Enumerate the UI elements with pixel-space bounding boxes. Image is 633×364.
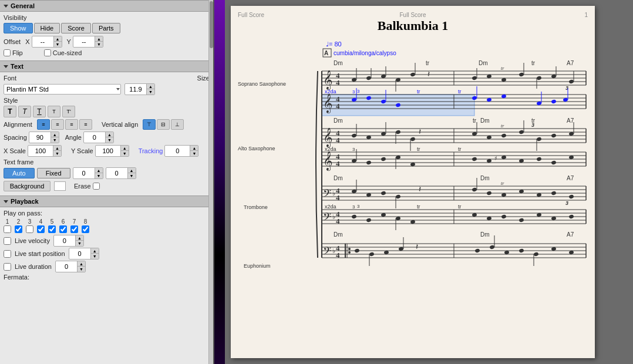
pass-1-checkbox[interactable]	[4, 225, 11, 233]
size-up-btn[interactable]: ▲	[146, 84, 154, 89]
y-up-btn[interactable]: ▲	[95, 36, 103, 42]
y-spinbox: ▲ ▼	[73, 36, 103, 48]
y-input[interactable]	[73, 38, 95, 46]
live-velocity-input[interactable]	[54, 237, 75, 245]
cue-sized-checkbox[interactable]	[44, 49, 51, 56]
svg-text:tr: tr	[473, 117, 477, 124]
angle-spinbox: ▲ ▼	[83, 132, 114, 143]
panel-scrollbar[interactable]	[208, 0, 213, 364]
text-triangle-icon	[4, 65, 8, 68]
auto-button[interactable]: Auto	[4, 168, 35, 178]
yscale-up-btn[interactable]: ▲	[120, 146, 129, 151]
svg-text:A7: A7	[567, 231, 574, 238]
parts-button[interactable]: Parts	[92, 23, 120, 33]
panel-scrollbar-thumb[interactable]	[210, 1, 213, 48]
angle-up-btn[interactable]: ▲	[105, 132, 113, 137]
live-velocity-btns: ▲ ▼	[75, 235, 83, 246]
pass-3-label: 3	[28, 218, 32, 225]
background-button[interactable]: Background	[4, 181, 50, 191]
frame-val1-down-btn[interactable]: ▼	[95, 173, 103, 178]
live-duration-down-btn[interactable]: ▼	[77, 267, 85, 272]
pass-8-checkbox[interactable]	[82, 225, 89, 233]
x-down-btn[interactable]: ▼	[53, 42, 62, 47]
size-down-btn[interactable]: ▼	[146, 89, 154, 95]
angle-down-btn[interactable]: ▼	[105, 137, 113, 143]
tracking-down-btn[interactable]: ▼	[190, 151, 198, 156]
y-down-btn[interactable]: ▼	[95, 42, 103, 47]
valign-bottom-button[interactable]: ⊥	[171, 119, 184, 130]
fixed-button[interactable]: Fixed	[37, 168, 70, 178]
font-select[interactable]: Plantin MT Std	[4, 84, 121, 95]
tracking-up-btn[interactable]: ▲	[190, 146, 198, 151]
underline-style-button[interactable]: T	[33, 106, 46, 117]
live-start-up-btn[interactable]: ▲	[90, 248, 99, 254]
frame-val2-up-btn[interactable]: ▲	[127, 168, 136, 173]
pass-4-checkbox[interactable]	[37, 225, 45, 233]
erase-checkbox[interactable]	[93, 183, 100, 190]
x-up-btn[interactable]: ▲	[53, 36, 62, 42]
show-button[interactable]: Show	[4, 23, 33, 33]
pass-3-col: 3	[26, 218, 33, 233]
frame-val1-input[interactable]	[73, 169, 95, 177]
full-score-label-center: Full Score	[238, 12, 588, 18]
xscale-input[interactable]	[28, 147, 53, 155]
text-section-header[interactable]: Text	[0, 60, 213, 72]
svg-point-230	[354, 248, 359, 253]
bold-style-button[interactable]: T	[4, 106, 16, 117]
live-start-checkbox[interactable]	[4, 250, 11, 258]
live-start-down-btn[interactable]: ▼	[90, 254, 99, 259]
superscript-style-button[interactable]: T'	[62, 106, 75, 117]
angle-input[interactable]	[84, 133, 105, 141]
x-group: X ▲ ▼	[25, 36, 62, 48]
live-duration-input[interactable]	[56, 262, 77, 271]
pass-6-checkbox[interactable]	[59, 225, 67, 233]
tracking-label: Tracking	[139, 147, 163, 154]
svg-text:Dm: Dm	[479, 60, 488, 66]
yscale-input[interactable]	[96, 147, 120, 155]
playback-section-header[interactable]: Playback	[0, 196, 213, 207]
subscript-style-button[interactable]: T	[48, 106, 60, 117]
background-color-swatch[interactable]	[54, 181, 66, 191]
frame-val2-down-btn[interactable]: ▼	[127, 173, 136, 178]
pass-1-col: 1	[4, 218, 11, 233]
score-button[interactable]: Score	[61, 23, 91, 33]
pass-5-checkbox[interactable]	[48, 225, 56, 233]
valign-middle-button[interactable]: ⊟	[157, 119, 170, 130]
live-start-input[interactable]	[69, 250, 90, 258]
align-left-button[interactable]: ≡	[37, 119, 50, 130]
svg-point-238	[489, 245, 494, 250]
svg-point-206	[518, 218, 524, 223]
live-duration-checkbox[interactable]	[4, 263, 11, 271]
spacing-down-btn[interactable]: ▼	[50, 137, 59, 143]
frame-val1-up-btn[interactable]: ▲	[95, 168, 103, 173]
svg-text:tr: tr	[417, 204, 420, 210]
x-input[interactable]	[32, 38, 53, 46]
hide-button[interactable]: Hide	[34, 23, 60, 33]
size-spinbox-btns: ▲ ▼	[146, 84, 154, 95]
live-velocity-up-btn[interactable]: ▲	[75, 235, 83, 241]
pass-7-checkbox[interactable]	[70, 225, 78, 233]
pass-2-checkbox[interactable]	[15, 225, 22, 233]
xscale-up-btn[interactable]: ▲	[53, 146, 61, 151]
xscale-down-btn[interactable]: ▼	[53, 151, 61, 156]
live-duration-up-btn[interactable]: ▲	[77, 261, 85, 267]
valign-buttons-group: ⊤ ⊟ ⊥	[143, 119, 184, 130]
general-triangle-icon	[4, 5, 8, 8]
general-section-header[interactable]: General	[0, 0, 213, 12]
flip-checkbox[interactable]	[4, 49, 11, 56]
tracking-input[interactable]	[165, 147, 190, 155]
live-velocity-checkbox[interactable]	[4, 237, 11, 245]
align-right-button[interactable]: ≡	[65, 119, 78, 130]
yscale-down-btn[interactable]: ▼	[120, 151, 129, 156]
align-center-button[interactable]: ≡	[51, 119, 64, 130]
align-justify-button[interactable]: ≡	[79, 119, 92, 130]
pass-3-checkbox[interactable]	[26, 225, 33, 233]
spacing-up-btn[interactable]: ▲	[50, 132, 59, 137]
spacing-input[interactable]	[29, 133, 50, 141]
size-input[interactable]	[125, 85, 146, 93]
svg-text:𝄢: 𝄢	[323, 211, 331, 225]
valign-top-button[interactable]: ⊤	[143, 119, 156, 130]
frame-val2-input[interactable]	[106, 169, 127, 177]
italic-style-button[interactable]: T	[18, 106, 31, 117]
live-velocity-down-btn[interactable]: ▼	[75, 241, 83, 246]
